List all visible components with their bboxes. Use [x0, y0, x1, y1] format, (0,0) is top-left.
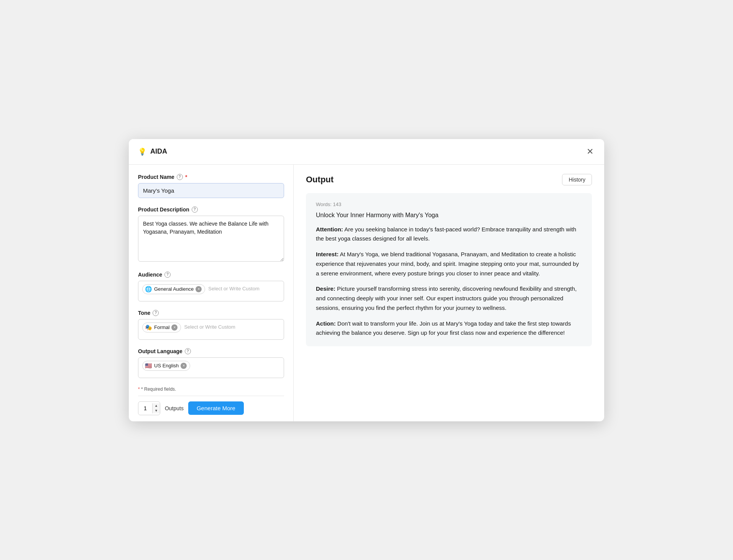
aida-modal: 💡 AIDA ✕ Product Name ? * Product Descri… — [129, 139, 604, 421]
output-language-group: Output Language ? 🇺🇸 US English × — [138, 348, 284, 378]
product-name-group: Product Name ? * — [138, 174, 284, 198]
output-section-interest: Interest: At Mary's Yoga, we blend tradi… — [316, 250, 582, 278]
audience-tag-emoji: 🌐 — [145, 286, 152, 293]
stepper-down[interactable]: ▼ — [153, 408, 160, 413]
audience-tag-remove[interactable]: × — [196, 286, 202, 292]
audience-group: Audience ? 🌐 General Audience × Select o… — [138, 272, 284, 301]
output-language-tag-emoji: 🇺🇸 — [145, 362, 152, 369]
interest-label: Interest: — [316, 251, 339, 257]
output-language-input-box[interactable]: 🇺🇸 US English × — [138, 357, 284, 378]
product-description-label: Product Description ? — [138, 206, 284, 213]
output-headline: Unlock Your Inner Harmony with Mary's Yo… — [316, 212, 582, 219]
outputs-stepper[interactable]: ▲ ▼ — [138, 401, 160, 415]
tone-help-icon[interactable]: ? — [153, 310, 159, 316]
word-count: Words: 143 — [316, 201, 582, 207]
desire-text: Picture yourself transforming stress int… — [316, 285, 577, 311]
output-card: Words: 143 Unlock Your Inner Harmony wit… — [306, 193, 592, 347]
audience-tag-text: General Audience — [154, 286, 194, 292]
product-description-help-icon[interactable]: ? — [192, 206, 198, 213]
attention-label: Attention: — [316, 226, 343, 233]
product-name-label: Product Name ? * — [138, 174, 284, 180]
action-label: Action: — [316, 320, 336, 327]
tone-tag-remove[interactable]: × — [171, 324, 177, 331]
modal-title: AIDA — [150, 147, 167, 156]
product-name-help-icon[interactable]: ? — [177, 174, 183, 180]
output-language-tag: 🇺🇸 US English × — [142, 361, 190, 371]
interest-text: At Mary's Yoga, we blend traditional Yog… — [316, 251, 579, 277]
desire-label: Desire: — [316, 285, 335, 292]
audience-input-box[interactable]: 🌐 General Audience × Select or Write Cus… — [138, 281, 284, 301]
tone-tag-emoji: 🎭 — [145, 324, 152, 331]
outputs-label: Outputs — [165, 405, 184, 411]
tone-label: Tone ? — [138, 310, 284, 316]
generate-more-button[interactable]: Generate More — [188, 401, 244, 415]
tone-group: Tone ? 🎭 Formal × Select or Write Custom — [138, 310, 284, 340]
output-section-desire: Desire: Picture yourself transforming st… — [316, 284, 582, 313]
bulb-icon: 💡 — [138, 147, 146, 156]
output-section-action: Action: Don't wait to transform your lif… — [316, 319, 582, 338]
output-section-attention: Attention: Are you seeking balance in to… — [316, 225, 582, 244]
audience-help-icon[interactable]: ? — [164, 272, 171, 278]
product-name-required: * — [185, 174, 187, 180]
tone-tag: 🎭 Formal × — [142, 323, 181, 332]
modal-title-area: 💡 AIDA — [138, 147, 167, 156]
product-description-input[interactable]: Best Yoga classes. We achieve the Balanc… — [138, 216, 284, 262]
product-name-input[interactable] — [138, 183, 284, 198]
audience-tag: 🌐 General Audience × — [142, 284, 205, 294]
attention-text: Are you seeking balance in today's fast-… — [316, 226, 576, 242]
output-language-help-icon[interactable]: ? — [185, 348, 191, 354]
stepper-up[interactable]: ▲ — [153, 403, 160, 408]
right-panel: Output History Words: 143 Unlock Your In… — [294, 165, 604, 421]
tone-tag-text: Formal — [154, 324, 169, 330]
output-title: Output — [306, 175, 334, 185]
bottom-bar: ▲ ▼ Outputs Generate More — [138, 396, 284, 421]
modal-header: 💡 AIDA ✕ — [129, 139, 604, 165]
required-note: * * Required fields. — [138, 386, 284, 392]
output-header: Output History — [306, 174, 592, 185]
tone-input-box[interactable]: 🎭 Formal × Select or Write Custom — [138, 319, 284, 340]
audience-placeholder: Select or Write Custom — [207, 284, 260, 293]
action-text: Don't wait to transform your life. Join … — [316, 320, 571, 336]
output-language-tag-text: US English — [154, 363, 179, 368]
outputs-value-input[interactable] — [138, 405, 152, 411]
modal-body: Product Name ? * Product Description ? B… — [129, 165, 604, 421]
product-description-group: Product Description ? Best Yoga classes.… — [138, 206, 284, 263]
history-button[interactable]: History — [562, 174, 592, 185]
audience-label: Audience ? — [138, 272, 284, 278]
tone-placeholder: Select or Write Custom — [183, 323, 236, 331]
left-panel: Product Name ? * Product Description ? B… — [129, 165, 294, 421]
close-button[interactable]: ✕ — [585, 146, 595, 157]
stepper-arrows: ▲ ▼ — [152, 403, 160, 413]
output-language-label: Output Language ? — [138, 348, 284, 354]
output-language-tag-remove[interactable]: × — [181, 363, 187, 369]
